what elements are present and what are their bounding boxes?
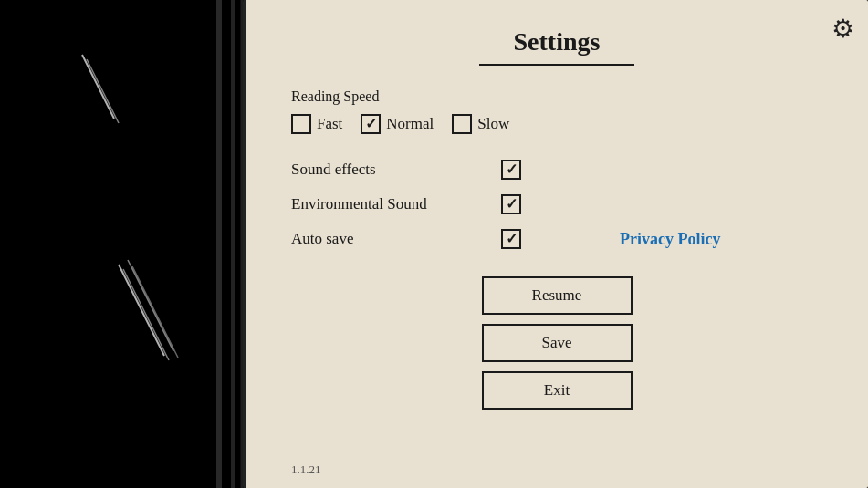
title-underline xyxy=(479,64,634,66)
svg-line-5 xyxy=(132,266,178,358)
settings-panel: ⚙ Settings Reading Speed Fast Normal Slo… xyxy=(243,0,868,488)
auto-save-main: Auto save xyxy=(291,229,601,249)
settings-rows: Sound effects Environmental Sound Auto s… xyxy=(291,160,822,249)
environmental-sound-row: Environmental Sound xyxy=(291,194,822,214)
auto-save-checkbox[interactable] xyxy=(501,229,521,249)
resume-button[interactable]: Resume xyxy=(482,276,633,315)
gear-icon[interactable]: ⚙ xyxy=(831,15,854,43)
screen: ⚙ Settings Reading Speed Fast Normal Slo… xyxy=(0,0,868,488)
auto-save-row: Auto save Privacy Policy xyxy=(291,229,822,249)
fast-label: Fast xyxy=(317,115,342,133)
normal-label: Normal xyxy=(386,115,434,133)
environmental-sound-checkbox[interactable] xyxy=(501,194,521,214)
slow-option[interactable]: Slow xyxy=(452,114,509,134)
svg-line-3 xyxy=(123,269,169,360)
sound-effects-label: Sound effects xyxy=(291,161,501,179)
buttons-section: Resume Save Exit xyxy=(291,276,822,410)
settings-title: Settings xyxy=(291,27,822,57)
normal-checkbox[interactable] xyxy=(361,114,381,134)
svg-line-1 xyxy=(87,59,119,123)
sound-effects-row: Sound effects xyxy=(291,160,822,180)
diagonal-lines-decoration xyxy=(0,0,256,488)
gear-icon-container[interactable]: ⚙ xyxy=(831,14,854,44)
normal-option[interactable]: Normal xyxy=(361,114,434,134)
left-panel xyxy=(0,0,256,488)
save-button[interactable]: Save xyxy=(482,324,633,362)
svg-line-4 xyxy=(128,260,173,351)
fast-option[interactable]: Fast xyxy=(291,114,342,134)
svg-line-0 xyxy=(82,55,114,119)
fast-checkbox[interactable] xyxy=(291,114,311,134)
reading-speed-label: Reading Speed xyxy=(291,88,822,105)
environmental-sound-main: Environmental Sound xyxy=(291,194,601,214)
exit-button[interactable]: Exit xyxy=(482,371,633,410)
svg-line-2 xyxy=(119,265,164,356)
environmental-sound-label: Environmental Sound xyxy=(291,195,501,213)
sound-effects-main: Sound effects xyxy=(291,160,601,180)
reading-speed-row: Fast Normal Slow xyxy=(291,114,822,134)
auto-save-label: Auto save xyxy=(291,230,501,248)
privacy-policy-link[interactable]: Privacy Policy xyxy=(620,230,720,249)
slow-checkbox[interactable] xyxy=(452,114,472,134)
version-label: 1.1.21 xyxy=(291,462,321,477)
sound-effects-checkbox[interactable] xyxy=(501,160,521,180)
slow-label: Slow xyxy=(477,115,509,133)
